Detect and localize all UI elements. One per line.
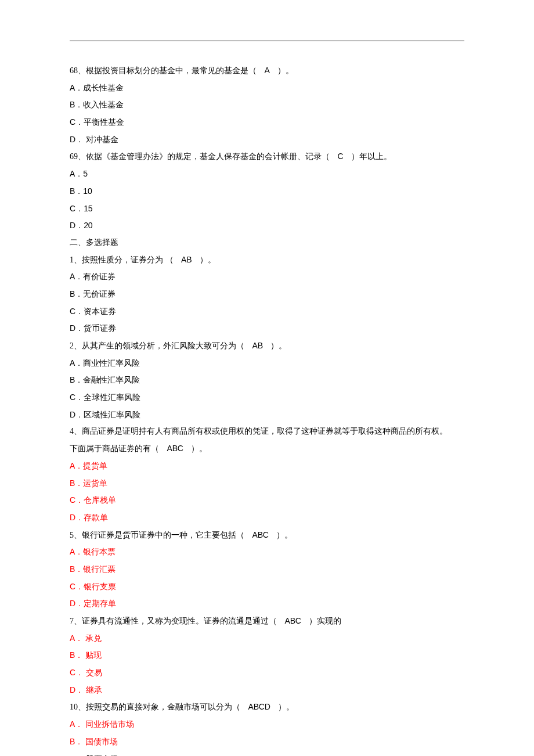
option-text: 5 [83, 169, 88, 178]
option-label: D． [70, 410, 84, 419]
option-text: 资本证券 [84, 307, 116, 316]
option-text: 10 [83, 186, 92, 196]
option-text: 金融性汇率风险 [83, 376, 140, 384]
m4-option-c: C．仓库栈单 [70, 492, 464, 509]
document-page: 68、根据投资目标划分的基金中，最常见的基金是（ A ）。 A．成长性基金 B．… [0, 0, 534, 756]
option-label: D． [70, 135, 84, 144]
q68-stem: 68、根据投资目标划分的基金中，最常见的基金是（ A ）。 [70, 62, 464, 80]
option-text: 全球性汇率风险 [84, 393, 140, 402]
m7-stem-pre: 7、证券具有流通性，又称为变现性。证券的流通是通过（ [70, 617, 277, 625]
option-label: A． [70, 169, 83, 178]
m5-answer: ABC [247, 527, 275, 543]
q68-option-a: A．成长性基金 [70, 80, 464, 97]
m4-option-b: B．运货单 [70, 475, 464, 492]
option-label: B． [70, 650, 83, 660]
option-label: D． [70, 599, 84, 608]
m5-stem: 5、银行证券是货币证券中的一种，它主要包括（ ABC ）。 [70, 527, 464, 544]
m1-option-d: D．货币证券 [70, 320, 464, 337]
option-label: B． [70, 375, 83, 384]
option-text: 银行支票 [84, 582, 116, 591]
m5-stem-pre: 5、银行证券是货币证券中的一种，它主要包括（ [70, 531, 244, 539]
top-rule [70, 41, 464, 41]
option-text: 区域性汇率风险 [84, 411, 140, 419]
option-text: 银行汇票 [83, 565, 116, 574]
q69-answer: C [332, 148, 349, 165]
option-text: 存款单 [84, 513, 108, 522]
q69-option-c: C．15 [70, 200, 464, 218]
option-label: C． [70, 754, 84, 757]
option-text: 平衡性基金 [84, 118, 124, 127]
m1-answer: AB [175, 251, 197, 268]
option-label: C． [70, 204, 84, 213]
m4-stem-line1: 4、商品证券是证明持有人有商品所有权或使用权的凭证，取得了这种证券就等于取得这种… [70, 423, 464, 440]
m7-stem-post: ）实现的 [309, 617, 341, 625]
m4-answer: ABC [161, 440, 189, 457]
option-text: 提货单 [83, 462, 107, 470]
option-text: 交易 [84, 668, 102, 677]
option-text: 国债市场 [83, 737, 118, 746]
option-label: C． [70, 582, 84, 591]
m5-option-c: C．银行支票 [70, 578, 464, 596]
option-label: A． [70, 83, 83, 92]
option-text: 仓库栈单 [84, 496, 116, 505]
m2-option-b: B．金融性汇率风险 [70, 372, 464, 389]
m2-option-d: D．区域性汇率风险 [70, 406, 464, 424]
m2-stem: 2、从其产生的领域分析，外汇风险大致可分为（ AB ）。 [70, 337, 464, 355]
m4-stem-post: ）。 [191, 444, 207, 453]
m5-stem-post: ）。 [276, 531, 293, 539]
m2-option-a: A．商业性汇率风险 [70, 355, 464, 372]
option-label: A． [70, 547, 83, 556]
q68-option-b: B．收入性基金 [70, 96, 464, 114]
m10-stem-post: ）。 [278, 703, 294, 711]
m5-option-a: A．银行本票 [70, 543, 464, 561]
option-label: C． [70, 117, 84, 127]
option-text: 收入性基金 [83, 100, 124, 109]
m7-option-a: A． 承兑 [70, 630, 464, 647]
option-label: B． [70, 100, 83, 109]
option-label: C． [70, 495, 84, 505]
m7-stem: 7、证券具有流通性，又称为变现性。证券的流通是通过（ ABC ）实现的 [70, 613, 464, 630]
section2-title: 二、多选择题 [70, 235, 464, 251]
option-text: 同业拆借市场 [83, 720, 134, 729]
m1-stem: 1、按照性质分，证券分为 （ AB ）。 [70, 251, 464, 269]
option-label: C． [70, 307, 84, 316]
m10-option-b: B． 国债市场 [70, 733, 464, 751]
q69-option-a: A．5 [70, 165, 464, 183]
q68-stem-pre: 68、根据投资目标划分的基金中，最常见的基金是（ [70, 66, 257, 75]
m5-option-b: B．银行汇票 [70, 561, 464, 578]
option-label: C． [70, 393, 84, 402]
option-label: B． [70, 289, 83, 298]
option-label: D． [70, 323, 84, 333]
option-label: A． [70, 719, 83, 729]
option-text: 无价证券 [83, 290, 116, 298]
q68-stem-post: ）。 [277, 66, 294, 75]
option-label: A． [70, 633, 83, 643]
q69-stem-post: ）年以上。 [351, 152, 392, 161]
m5-option-d: D．定期存单 [70, 595, 464, 613]
m1-stem-post: ）。 [200, 255, 216, 264]
q68-option-c: C．平衡性基金 [70, 114, 464, 131]
m1-option-a: A．有价证券 [70, 268, 464, 286]
option-label: A． [70, 461, 83, 470]
option-text: 货币证券 [84, 324, 116, 333]
m7-answer: ABC [279, 613, 307, 629]
option-text: 贴现 [83, 651, 102, 660]
m4-option-a: A．提货单 [70, 458, 464, 475]
option-label: C． [70, 668, 84, 677]
m4-stem-line2: 下面属于商品证券的有（ ABC ）。 [70, 440, 464, 458]
option-text: 银行本票 [83, 548, 116, 556]
option-text: 承兑 [83, 634, 102, 643]
m1-option-c: C．资本证券 [70, 303, 464, 321]
option-label: A． [70, 272, 83, 281]
option-label: B． [70, 564, 83, 574]
option-text: 15 [84, 204, 92, 213]
m2-stem-pre: 2、从其产生的领域分析，外汇风险大致可分为（ [70, 341, 244, 350]
m1-option-b: B．无价证券 [70, 286, 464, 303]
option-label: B． [70, 478, 83, 488]
q69-stem-pre: 69、依据《基金管理办法》的规定，基金人保存基金的会计帐册、记录（ [70, 152, 330, 161]
m10-answer: ABCD [243, 699, 276, 715]
q68-option-d: D． 对冲基金 [70, 131, 464, 149]
m2-option-c: C．全球性汇率风险 [70, 389, 464, 406]
option-text: 商业性汇率风险 [83, 359, 140, 368]
m2-answer: AB [247, 337, 269, 354]
